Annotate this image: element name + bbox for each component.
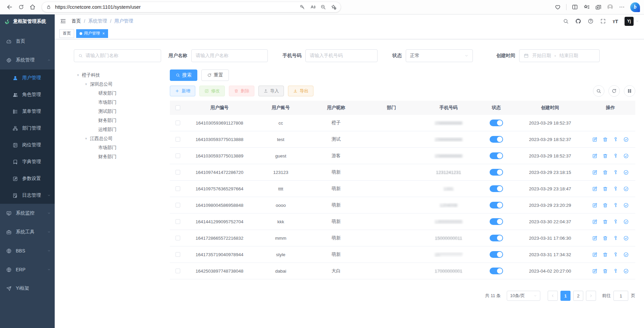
row-checkbox[interactable]	[176, 203, 180, 207]
sidebar-item-tool[interactable]: 系统工具	[0, 223, 55, 241]
page-size-select[interactable]: 10条/页	[507, 291, 540, 301]
status-toggle[interactable]	[490, 218, 503, 225]
sidebar-item-dept[interactable]: 部门管理	[0, 120, 55, 137]
split-screen-icon[interactable]	[572, 4, 578, 10]
row-delete-button[interactable]	[602, 153, 608, 159]
add-button[interactable]: 新增	[170, 86, 195, 96]
tree-node[interactable]: 财务部门	[74, 152, 161, 161]
edit-button[interactable]: 修改	[199, 86, 225, 96]
sidebar-item-user[interactable]: 用户管理	[0, 69, 55, 86]
tree-node[interactable]: 研发部门	[74, 89, 161, 98]
browser-essentials-icon[interactable]	[554, 4, 561, 10]
sidebar-item-post[interactable]: 岗位管理	[0, 137, 55, 153]
status-toggle[interactable]	[490, 202, 503, 208]
sidebar-item-yi[interactable]: Yi框架	[0, 279, 55, 298]
sidebar-item-menu[interactable]: 菜单管理	[0, 103, 55, 120]
row-assign-role-button[interactable]	[623, 235, 629, 241]
font-size-icon[interactable]: тT	[612, 18, 618, 24]
row-delete-button[interactable]	[602, 252, 608, 257]
row-assign-role-button[interactable]	[623, 268, 629, 274]
row-delete-button[interactable]	[602, 170, 608, 175]
row-edit-button[interactable]	[592, 235, 598, 241]
zoom-out-icon[interactable]	[320, 4, 326, 10]
select-all-checkbox[interactable]	[176, 105, 180, 110]
sidebar-item-dict[interactable]: 字典管理	[0, 153, 55, 170]
sidebar-item-param[interactable]: 参数设置	[0, 170, 55, 187]
breadcrumb-item[interactable]: 系统管理	[88, 18, 107, 24]
row-checkbox[interactable]	[176, 121, 180, 125]
row-assign-role-button[interactable]	[623, 186, 629, 192]
table-search-toggle-button[interactable]	[593, 85, 604, 97]
user-menu[interactable]: Yj	[625, 17, 639, 26]
status-toggle[interactable]	[490, 251, 503, 258]
sidebar-item-log[interactable]: 日志管理	[0, 187, 55, 204]
row-assign-role-button[interactable]	[623, 137, 629, 142]
copilot-icon[interactable]: b	[630, 2, 640, 12]
tree-node[interactable]: ▼橙子科技	[74, 71, 161, 80]
collapse-sidebar-button[interactable]	[60, 18, 66, 25]
row-edit-button[interactable]	[592, 186, 598, 192]
tree-node[interactable]: ▼深圳总公司	[74, 80, 161, 89]
status-toggle[interactable]	[490, 185, 503, 192]
row-delete-button[interactable]	[602, 219, 608, 225]
row-reset-password-button[interactable]	[613, 153, 618, 159]
sidebar-item-erp[interactable]: ERP	[0, 260, 55, 279]
delete-button[interactable]: 删除	[229, 86, 254, 96]
page-button[interactable]: 1	[560, 291, 571, 301]
sidebar-item-role[interactable]: 角色管理	[0, 86, 55, 103]
row-edit-button[interactable]	[592, 219, 598, 225]
row-reset-password-button[interactable]	[613, 186, 618, 192]
tab-user[interactable]: 用户管理×	[76, 29, 108, 38]
row-delete-button[interactable]	[602, 186, 608, 192]
row-assign-role-button[interactable]	[623, 202, 629, 208]
github-icon[interactable]	[575, 18, 581, 24]
row-reset-password-button[interactable]	[613, 137, 618, 142]
address-bar[interactable]: https://ccnetcore.com:1101/system/user	[42, 2, 341, 12]
reset-button[interactable]: 重置	[201, 69, 229, 81]
row-checkbox[interactable]	[176, 269, 180, 273]
row-assign-role-button[interactable]	[623, 153, 629, 159]
row-delete-button[interactable]	[602, 268, 608, 274]
row-edit-button[interactable]	[592, 202, 598, 208]
status-toggle[interactable]	[490, 152, 503, 159]
table-columns-button[interactable]	[624, 85, 635, 97]
tree-expand-caret-icon[interactable]: ▼	[85, 83, 88, 86]
fullscreen-icon[interactable]	[600, 18, 606, 24]
tree-node[interactable]: 市场部门	[74, 143, 161, 152]
status-select[interactable]: 正常	[406, 49, 473, 62]
row-assign-role-button[interactable]	[623, 219, 629, 225]
status-toggle[interactable]	[490, 235, 503, 241]
row-reset-password-button[interactable]	[613, 219, 618, 225]
dept-search-input[interactable]: 请输入部门名称	[74, 49, 161, 62]
row-checkbox[interactable]	[176, 219, 180, 224]
back-button[interactable]	[4, 1, 15, 13]
status-toggle[interactable]	[490, 136, 503, 143]
row-checkbox[interactable]	[176, 236, 180, 240]
row-checkbox[interactable]	[176, 252, 180, 257]
tree-expand-caret-icon[interactable]: ▼	[77, 74, 80, 77]
tree-node[interactable]: 测试部门	[74, 107, 161, 116]
row-reset-password-button[interactable]	[613, 202, 618, 208]
tree-expand-caret-icon[interactable]: ▼	[85, 137, 88, 140]
sidebar-item-system[interactable]: 系统管理	[0, 51, 55, 69]
row-reset-password-button[interactable]	[613, 170, 618, 175]
phone-input[interactable]: 请输入手机号码	[305, 49, 378, 62]
add-favorite-icon[interactable]	[331, 4, 337, 10]
row-delete-button[interactable]	[602, 235, 608, 241]
row-reset-password-button[interactable]	[613, 268, 618, 274]
status-toggle[interactable]	[490, 268, 503, 274]
help-icon[interactable]	[588, 18, 594, 24]
row-assign-role-button[interactable]	[623, 170, 629, 175]
tree-node[interactable]: 运维部门	[74, 125, 161, 134]
next-page-button[interactable]	[586, 291, 596, 301]
row-reset-password-button[interactable]	[613, 252, 618, 257]
search-icon[interactable]	[563, 18, 569, 24]
goto-page-input[interactable]: 1	[613, 291, 628, 301]
favorites-bar-icon[interactable]	[583, 4, 590, 10]
tab-home[interactable]: 首页	[59, 29, 74, 38]
more-options-icon[interactable]	[618, 4, 625, 10]
username-input[interactable]: 请输入用户名称	[191, 49, 268, 62]
key-icon[interactable]	[299, 4, 305, 10]
breadcrumb-item[interactable]: 首页	[71, 18, 81, 24]
export-button[interactable]: 导出	[288, 86, 313, 96]
